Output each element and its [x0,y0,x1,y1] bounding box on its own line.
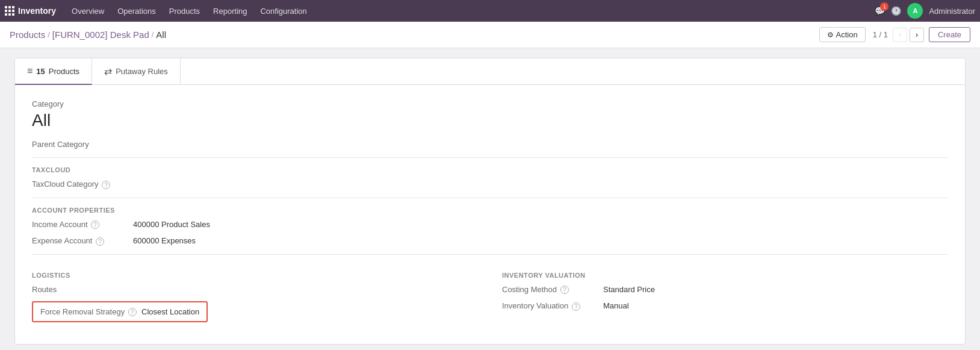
clock-icon[interactable]: 🕐 [891,6,901,16]
next-page-button[interactable]: › [910,28,924,42]
routes-label: Routes [32,285,128,294]
topnav-right: 💬 1 🕐 A Administrator [875,3,975,19]
inventory-valuation-row: Inventory Valuation ? Manual [502,301,948,311]
taxcloud-category-row: TaxCloud Category ? [32,180,948,189]
prev-page-button[interactable]: ‹ [893,28,907,42]
shuffle-icon: ⇄ [104,66,112,77]
breadcrumb-sep-2: / [152,30,154,39]
top-menu: Overview Operations Products Reporting C… [66,3,875,19]
breadcrumb-bar: Products / [FURN_0002] Desk Pad / All ⚙ … [0,22,980,48]
inventory-valuation-value: Manual [603,301,629,310]
account-properties-title: ACCOUNT PROPERTIES [32,207,948,214]
logistics-title: LOGISTICS [32,272,478,279]
costing-method-value: Standard Price [603,285,655,294]
menu-item-overview[interactable]: Overview [66,3,110,19]
category-field: Category All [32,99,948,130]
top-navigation: Inventory Overview Operations Products R… [0,0,980,22]
costing-method-label: Costing Method ? [502,285,598,295]
form-body: Category All Parent Category TAXCLOUD Ta… [15,85,965,344]
costing-help-icon[interactable]: ? [560,286,569,294]
breadcrumb: Products / [FURN_0002] Desk Pad / All [10,30,166,40]
tab-products-count: 15 [36,67,45,76]
menu-item-products[interactable]: Products [163,3,206,19]
logistics-valuation-section: LOGISTICS Routes Force Removal Strategy … [32,263,948,330]
app-logo[interactable]: Inventory [5,6,56,16]
breadcrumb-current: All [156,30,166,40]
income-account-label: Income Account ? [32,220,128,230]
expense-account-row: Expense Account ? 600000 Expenses [32,236,948,246]
menu-item-operations[interactable]: Operations [111,3,162,19]
product-card: ≡ 15 Products ⇄ Putaway Rules Category A… [14,58,966,345]
avatar[interactable]: A [907,3,923,19]
logistics-col: LOGISTICS Routes Force Removal Strategy … [32,263,478,330]
routes-row: Routes [32,285,478,294]
inventory-valuation-col: INVENTORY VALUATION Costing Method ? Sta… [502,263,948,330]
tab-putaway[interactable]: ⇄ Putaway Rules [92,58,181,84]
income-account-value: 400000 Product Sales [133,220,210,229]
inv-valuation-help-icon[interactable]: ? [572,302,580,311]
costing-method-row: Costing Method ? Standard Price [502,285,948,295]
force-removal-help-icon[interactable]: ? [128,308,137,316]
category-value: All [32,111,948,130]
expense-help-icon[interactable]: ? [96,237,104,246]
taxcloud-category-label: TaxCloud Category ? [32,180,128,189]
app-name: Inventory [18,6,56,16]
breadcrumb-sep-1: / [48,30,50,39]
force-removal-highlight: Force Removal Strategy ? Closest Locatio… [32,301,208,323]
pagination: 1 / 1 ‹ › [870,28,924,42]
divider-2 [32,198,948,198]
gear-icon: ⚙ [827,31,834,39]
expense-account-label: Expense Account ? [32,236,128,246]
expense-account-value: 600000 Expenses [133,236,196,245]
list-icon: ≡ [27,66,33,77]
inventory-valuation-title: INVENTORY VALUATION [502,272,948,279]
taxcloud-help-icon[interactable]: ? [102,181,110,189]
main-content: ≡ 15 Products ⇄ Putaway Rules Category A… [0,48,980,350]
breadcrumb-products[interactable]: Products [10,30,45,40]
income-help-icon[interactable]: ? [91,220,99,229]
taxcloud-section-title: TAXCLOUD [32,166,948,173]
tab-products[interactable]: ≡ 15 Products [15,58,92,85]
tab-bar: ≡ 15 Products ⇄ Putaway Rules [15,58,965,85]
notification-badge: 1 [880,2,889,11]
parent-category-row: Parent Category [32,140,948,149]
force-removal-value: Closest Location [141,307,199,316]
action-button[interactable]: ⚙ Action [819,27,866,42]
divider-1 [32,157,948,158]
income-account-row: Income Account ? 400000 Product Sales [32,220,948,230]
menu-item-reporting[interactable]: Reporting [207,3,253,19]
page-info: 1 / 1 [873,30,888,39]
inventory-valuation-label: Inventory Valuation ? [502,301,598,311]
chat-icon[interactable]: 💬 1 [875,6,885,16]
divider-3 [32,254,948,255]
create-button[interactable]: Create [929,27,970,42]
tab-putaway-label: Putaway Rules [116,67,168,76]
breadcrumb-actions: ⚙ Action 1 / 1 ‹ › Create [819,27,970,42]
force-removal-label: Force Removal Strategy ? [40,307,137,317]
tab-products-label: Products [49,67,79,76]
category-label: Category [32,99,948,108]
grid-icon [5,6,14,16]
force-removal-row: Force Removal Strategy ? Closest Locatio… [32,301,478,323]
parent-category-label: Parent Category [32,140,128,149]
breadcrumb-desk-pad[interactable]: [FURN_0002] Desk Pad [52,30,149,40]
admin-name: Administrator [929,7,975,16]
menu-item-configuration[interactable]: Configuration [254,3,312,19]
